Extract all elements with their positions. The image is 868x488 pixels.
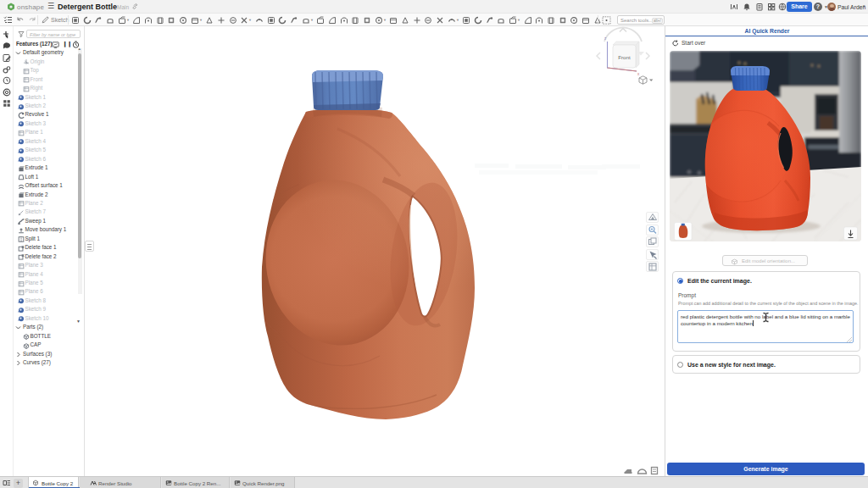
svg-text:Front: Front [618,54,631,60]
